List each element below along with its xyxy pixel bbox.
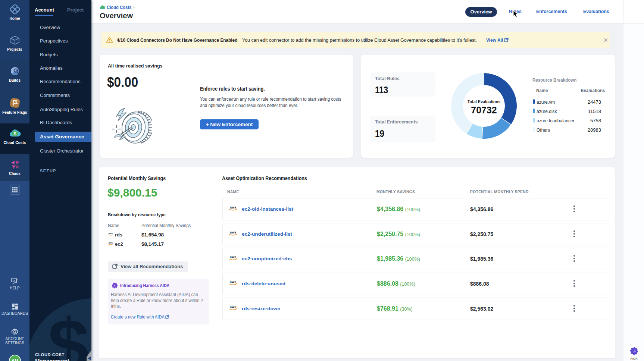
- svg-text:aws: aws: [109, 241, 113, 244]
- svg-text:aws: aws: [230, 205, 236, 209]
- svg-text:AM: AM: [11, 358, 18, 361]
- svg-text:aws: aws: [230, 305, 236, 309]
- svg-text:aws: aws: [230, 230, 236, 234]
- svg-text:aws: aws: [230, 280, 236, 284]
- svg-text:aws: aws: [109, 232, 113, 235]
- svg-text:aws: aws: [230, 255, 236, 259]
- svg-text:$: $: [13, 131, 16, 136]
- svg-text:?: ?: [13, 279, 15, 282]
